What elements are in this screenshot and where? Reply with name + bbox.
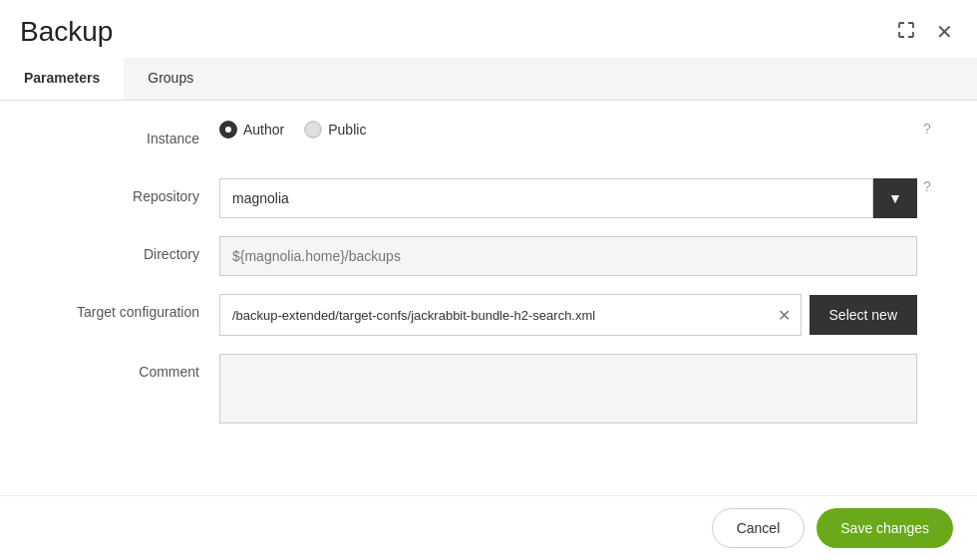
target-configuration-control: ✕ Select new: [219, 294, 917, 336]
public-radio-label: Public: [328, 122, 366, 138]
tab-groups[interactable]: Groups: [124, 58, 217, 100]
target-configuration-input[interactable]: [220, 295, 768, 335]
target-help-spacer: [917, 294, 937, 310]
dialog-header: Backup ✕: [0, 0, 977, 58]
tab-parameters[interactable]: Parameters: [0, 58, 124, 100]
comment-help-spacer: [917, 354, 937, 370]
directory-control: [219, 236, 917, 276]
expand-icon: [896, 20, 916, 44]
target-configuration-label: Target configuration: [40, 294, 219, 320]
save-changes-button[interactable]: Save changes: [816, 508, 953, 548]
instance-control: Author Public: [219, 121, 917, 139]
backup-dialog: Backup ✕ Parameters Groups Instance: [0, 0, 977, 560]
comment-label: Comment: [40, 354, 219, 380]
instance-label: Instance: [40, 121, 219, 146]
author-radio-dot: [219, 121, 237, 139]
repository-control: ▼: [219, 178, 917, 218]
repository-input[interactable]: [219, 178, 873, 218]
target-input-wrap: ✕: [219, 294, 802, 336]
repository-row: Repository ▼ ?: [40, 178, 937, 218]
close-button[interactable]: ✕: [932, 16, 957, 48]
repository-input-wrap: ▼: [219, 178, 917, 218]
directory-input[interactable]: [219, 236, 917, 276]
repository-label: Repository: [40, 178, 219, 204]
cancel-button[interactable]: Cancel: [712, 508, 806, 548]
comment-control: [219, 354, 917, 423]
directory-label: Directory: [40, 236, 219, 262]
instance-row: Instance Author Public ?: [40, 121, 937, 160]
instance-help-icon[interactable]: ?: [917, 121, 937, 137]
public-radio-dot: [304, 121, 322, 139]
repository-help-icon[interactable]: ?: [917, 178, 937, 194]
clear-icon: ✕: [778, 306, 791, 325]
dialog-footer: Cancel Save changes: [0, 495, 977, 560]
repository-dropdown-button[interactable]: ▼: [873, 178, 917, 218]
dialog-body: Instance Author Public ?: [0, 101, 977, 495]
author-radio-label: Author: [243, 122, 284, 138]
instance-radio-group: Author Public: [219, 121, 366, 139]
directory-row: Directory: [40, 236, 937, 276]
comment-row: Comment: [40, 354, 937, 423]
comment-textarea[interactable]: [219, 354, 917, 423]
dropdown-arrow-icon: ▼: [888, 190, 902, 206]
target-clear-button[interactable]: ✕: [768, 306, 801, 325]
header-icons: ✕: [892, 16, 957, 48]
close-icon: ✕: [936, 20, 953, 44]
select-new-button[interactable]: Select new: [810, 295, 917, 335]
directory-help-spacer: [917, 236, 937, 252]
target-configuration-row: Target configuration ✕ Select new: [40, 294, 937, 336]
author-radio-option[interactable]: Author: [219, 121, 284, 139]
public-radio-option[interactable]: Public: [304, 121, 366, 139]
tabs-bar: Parameters Groups: [0, 58, 977, 101]
expand-button[interactable]: [892, 16, 920, 48]
dialog-title: Backup: [20, 16, 113, 48]
